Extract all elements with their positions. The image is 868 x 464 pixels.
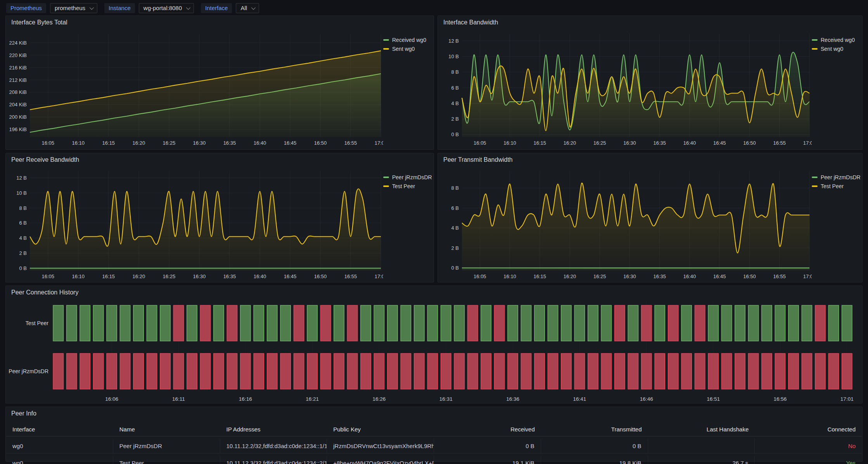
legend-label: Peer jRzmDsDR [821, 174, 861, 180]
table-header-row: Interface Name IP Addresses Public Key R… [6, 422, 862, 436]
panel-title[interactable]: Interface Bandwidth [438, 16, 862, 29]
cell-ip-addresses: 10.11.12.3/32,fdfd:d3ad:c0de:1234::2/128 [220, 456, 327, 464]
svg-text:16:45: 16:45 [713, 140, 726, 146]
time-series-chart-interface-bandwidth[interactable]: 16:0516:1016:1516:2016:2516:3016:3516:40… [438, 29, 812, 148]
svg-text:16:11: 16:11 [172, 396, 185, 402]
svg-text:16:10: 16:10 [72, 140, 85, 146]
svg-text:10 B: 10 B [448, 54, 459, 59]
time-series-chart-peer-transmit-bandwidth[interactable]: 16:0516:1016:1516:2016:2516:3016:3516:40… [438, 166, 812, 281]
time-series-chart-interface-bytes-total[interactable]: 16:0516:1016:1516:2016:2516:3016:3516:40… [6, 29, 383, 148]
svg-text:16:50: 16:50 [743, 274, 756, 279]
cell-received: 19.1 KiB [434, 456, 541, 464]
svg-text:16:35: 16:35 [654, 274, 666, 279]
column-header-ip-addresses[interactable]: IP Addresses [220, 422, 327, 436]
svg-text:216 KiB: 216 KiB [9, 65, 27, 71]
cell-name: Test Peer [113, 456, 220, 464]
cell-name: Peer jRzmDsDR [113, 439, 220, 454]
svg-text:Peer jRzmDsDR: Peer jRzmDsDR [9, 368, 48, 374]
legend-label: Received wg0 [821, 37, 855, 43]
svg-text:16:05: 16:05 [474, 140, 486, 146]
legend-item-test-peer[interactable]: Test Peer [383, 183, 434, 189]
svg-text:16:35: 16:35 [223, 140, 236, 146]
column-header-public-key[interactable]: Public Key [327, 422, 434, 436]
panel-title[interactable]: Interface Bytes Total [6, 16, 434, 29]
svg-text:224 KiB: 224 KiB [9, 40, 27, 46]
svg-text:16:20: 16:20 [133, 140, 145, 146]
chevron-down-icon [251, 5, 256, 10]
chevron-down-icon [186, 5, 190, 10]
svg-text:16:05: 16:05 [474, 274, 486, 279]
panel-title[interactable]: Peer Info [6, 407, 862, 420]
svg-text:220 KiB: 220 KiB [9, 52, 27, 58]
svg-text:0 B: 0 B [451, 265, 459, 271]
variable-interface: Interface All [201, 3, 259, 13]
svg-text:0 B: 0 B [451, 132, 459, 137]
legend: Received wg0 Sent wg0 [383, 29, 434, 52]
legend-label: Test Peer [392, 183, 415, 189]
chevron-down-icon [90, 5, 94, 10]
legend-item-test-peer[interactable]: Test Peer [812, 183, 862, 189]
svg-text:16:21: 16:21 [306, 396, 319, 402]
svg-text:16:50: 16:50 [314, 274, 327, 279]
svg-text:16:15: 16:15 [102, 140, 115, 146]
status-history-chart[interactable]: 16:0616:1116:1616:2116:2616:3116:3616:41… [6, 299, 858, 403]
svg-text:17:01: 17:01 [840, 396, 854, 402]
legend-color-dash [383, 177, 389, 178]
legend-color-dash [812, 177, 818, 178]
svg-text:16:25: 16:25 [163, 140, 176, 146]
svg-text:16:20: 16:20 [564, 274, 576, 279]
svg-text:16:05: 16:05 [42, 274, 55, 279]
panel-peer-transmit-bandwidth: Peer Transmit Bandwidth 16:0516:1016:151… [437, 153, 863, 282]
peer-info-table: Interface Name IP Addresses Public Key R… [6, 422, 862, 464]
svg-text:4 B: 4 B [19, 235, 27, 241]
panel-title[interactable]: Peer Connection History [6, 286, 862, 299]
svg-text:16:06: 16:06 [105, 396, 118, 402]
svg-text:2 B: 2 B [451, 116, 459, 122]
panel-title[interactable]: Peer Transmit Bandwidth [438, 153, 862, 166]
legend-item-received-wg0[interactable]: Received wg0 [812, 37, 862, 43]
legend-item-sent-wg0[interactable]: Sent wg0 [383, 46, 434, 52]
variable-interface-dropdown[interactable]: All [236, 3, 259, 13]
svg-text:16:10: 16:10 [503, 274, 516, 279]
legend-item-peer-jrzmdsdr[interactable]: Peer jRzmDsDR [383, 174, 434, 180]
svg-text:6 B: 6 B [19, 220, 27, 226]
variable-prometheus-value: prometheus [55, 5, 85, 11]
cell-interface: wg0 [6, 439, 113, 454]
svg-text:16:55: 16:55 [344, 140, 357, 146]
time-series-chart-peer-receive-bandwidth[interactable]: 16:0516:1016:1516:2016:2516:3016:3516:40… [6, 166, 383, 281]
svg-text:16:20: 16:20 [133, 274, 145, 279]
legend-color-dash [383, 185, 389, 187]
variable-instance-dropdown[interactable]: wg-portal:8080 [139, 3, 194, 13]
column-header-last-handshake[interactable]: Last Handshake [648, 422, 755, 436]
column-header-interface[interactable]: Interface [6, 422, 113, 436]
variable-interface-label: Interface [201, 3, 232, 13]
svg-text:16:55: 16:55 [773, 140, 786, 146]
legend-color-dash [812, 48, 818, 50]
column-header-received[interactable]: Received [434, 422, 541, 436]
legend-item-sent-wg0[interactable]: Sent wg0 [812, 46, 862, 52]
svg-text:10 B: 10 B [16, 190, 27, 196]
legend-item-peer-jrzmdsdr[interactable]: Peer jRzmDsDR [812, 174, 862, 180]
svg-text:16:51: 16:51 [707, 396, 720, 402]
legend-color-dash [812, 185, 818, 187]
legend-item-received-wg0[interactable]: Received wg0 [383, 37, 434, 43]
column-header-connected[interactable]: Connected [755, 422, 862, 436]
panel-title[interactable]: Peer Receive Bandwidth [6, 153, 434, 166]
svg-text:16:40: 16:40 [683, 140, 696, 146]
variable-prometheus-dropdown[interactable]: prometheus [50, 3, 97, 13]
svg-text:6 B: 6 B [451, 85, 459, 91]
svg-text:16:31: 16:31 [439, 396, 453, 402]
svg-text:16:56: 16:56 [774, 396, 787, 402]
svg-text:12 B: 12 B [16, 175, 27, 181]
column-header-name[interactable]: Name [113, 422, 220, 436]
svg-text:2 B: 2 B [19, 250, 27, 256]
legend-label: Received wg0 [392, 37, 426, 43]
legend: Peer jRzmDsDR Test Peer [383, 166, 434, 189]
cell-ip-addresses: 10.11.12.2/32,fdfd:d3ad:c0de:1234::1/128 [220, 439, 327, 454]
svg-text:16:45: 16:45 [284, 274, 297, 279]
svg-text:16:40: 16:40 [683, 274, 696, 279]
legend: Peer jRzmDsDR Test Peer [812, 166, 862, 189]
svg-text:16:30: 16:30 [193, 140, 206, 146]
column-header-transmitted[interactable]: Transmitted [541, 422, 648, 436]
cell-public-key: +8he+pyWH7Oa9g2FVjIxQzy04brLX+D [327, 456, 434, 464]
